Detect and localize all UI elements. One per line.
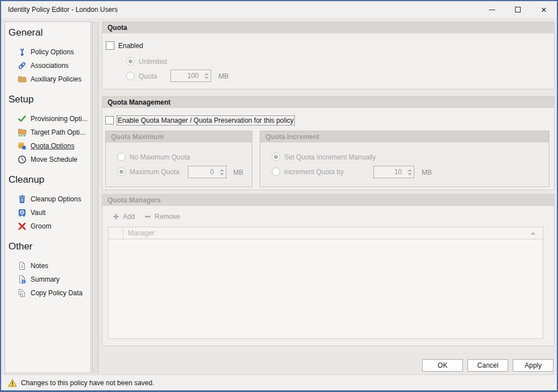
sidebar: General Policy Options Associations Auxi… — [5, 21, 91, 373]
sidebar-item-label: Move Schedule — [31, 156, 78, 163]
maximum-quota-row: Maximum Quota — [117, 167, 179, 176]
maximize-button[interactable] — [505, 1, 531, 18]
cancel-button[interactable]: Cancel — [467, 359, 508, 372]
sidebar-item-summary[interactable]: Summary — [5, 273, 91, 286]
sidebar-item-label: Quota Options — [31, 142, 74, 150]
increment-quota-value: 10 — [374, 168, 405, 176]
checkmark-icon — [18, 114, 27, 123]
quota-unlimited-row: Unlimited — [126, 57, 167, 66]
sidebar-item-notes[interactable]: Notes — [5, 259, 91, 273]
quota-amount-row: Quota — [126, 72, 157, 80]
spinner-arrows-icon[interactable] — [202, 70, 211, 81]
no-maximum-quota-label: No Maximum Quota — [130, 153, 190, 161]
warning-icon — [8, 378, 17, 387]
remove-manager-button[interactable]: Remove — [144, 213, 180, 221]
sidebar-item-cleanup-options[interactable]: Cleanup Options — [5, 192, 91, 206]
summary-icon — [18, 275, 27, 284]
sidebar-item-label: Provisioning Opti... — [31, 115, 88, 123]
sidebar-item-label: Target Path Opti... — [31, 128, 85, 136]
managers-table-header: Manager — [109, 227, 543, 239]
trash-icon — [18, 195, 27, 204]
quota-management-header: Quota Management — [102, 97, 554, 108]
maximum-quota-radio[interactable] — [117, 167, 126, 176]
maximum-quota-value: 0 — [188, 168, 217, 176]
quota-increment-subgroup: Quota Increment Set Quota Increment Manu… — [260, 131, 550, 187]
increment-quota-by-row: Increment Quota by — [272, 167, 344, 176]
sidebar-item-label: Notes — [31, 262, 48, 270]
quota-amount-label: Quota — [139, 72, 157, 80]
titlebar: Identity Policy Editor - London Users ✕ — [1, 1, 557, 18]
copy-icon — [18, 288, 27, 298]
remove-manager-label: Remove — [154, 213, 180, 221]
sidebar-section-cleanup: Cleanup — [5, 174, 91, 186]
sidebar-item-label: Vault — [31, 209, 45, 217]
close-button[interactable]: ✕ — [531, 1, 557, 18]
minimize-button[interactable] — [479, 1, 505, 18]
quota-unlimited-label: Unlimited — [139, 58, 167, 66]
folder-icon — [18, 75, 27, 84]
window-controls: ✕ — [479, 1, 557, 18]
quota-amount-spinner[interactable]: 100 — [170, 70, 211, 82]
red-x-icon — [18, 222, 27, 231]
sidebar-item-label: Summary — [31, 275, 59, 283]
sidebar-item-copy-policy-data[interactable]: Copy Policy Data — [5, 286, 91, 300]
row-selector-column — [109, 227, 123, 239]
sidebar-item-move-schedule[interactable]: Move Schedule — [5, 153, 91, 166]
quota-amount-value: 100 — [171, 72, 202, 80]
sidebar-item-groom[interactable]: Groom — [5, 219, 91, 233]
minimize-icon — [489, 10, 495, 10]
no-maximum-quota-radio[interactable] — [117, 153, 126, 161]
sidebar-section-other: Other — [5, 241, 91, 252]
identity-policy-editor-window: Identity Policy Editor - London Users ✕ … — [0, 0, 558, 392]
apply-button[interactable]: Apply — [513, 359, 553, 372]
sidebar-item-quota-options[interactable]: Quota Options — [5, 139, 91, 153]
quota-amount-radio[interactable] — [126, 72, 135, 80]
enable-quota-manager-checkbox[interactable] — [105, 116, 114, 124]
spinner-arrows-icon[interactable] — [217, 166, 226, 178]
maximum-quota-unit-label: MB — [233, 169, 243, 176]
sidebar-item-label: Groom — [31, 222, 51, 230]
ok-button[interactable]: OK — [422, 359, 463, 372]
quota-maximum-subgroup: Quota Maximum No Maximum Quota Maximum Q… — [105, 131, 252, 187]
increment-quota-unit-label: MB — [422, 169, 432, 176]
sidebar-item-target-path-options[interactable]: Target Path Opti... — [5, 126, 91, 139]
spinner-arrows-icon[interactable] — [405, 166, 414, 178]
quota-enabled-checkbox[interactable] — [106, 41, 114, 50]
quota-enabled-row: Enabled — [106, 41, 143, 50]
sidebar-splitter[interactable] — [92, 21, 98, 373]
quota-enabled-label: Enabled — [118, 42, 143, 50]
manager-column-header[interactable]: Manager — [123, 227, 543, 239]
minus-icon — [144, 213, 152, 221]
database-icon — [18, 141, 27, 150]
maximum-quota-spinner[interactable]: 0 — [188, 166, 226, 178]
maximize-icon — [515, 7, 521, 12]
sidebar-item-label: Auxiliary Policies — [31, 75, 81, 83]
sidebar-item-auxiliary-policies[interactable]: Auxiliary Policies — [5, 72, 91, 86]
managers-table-body — [109, 239, 543, 339]
wrench-icon — [18, 48, 27, 57]
quota-maximum-header: Quota Maximum — [106, 131, 252, 143]
sidebar-item-vault[interactable]: Vault — [5, 206, 91, 219]
sidebar-item-label: Associations — [31, 62, 68, 70]
status-message: Changes to this policy have not been sav… — [21, 379, 154, 387]
sort-ascending-icon[interactable] — [530, 232, 536, 235]
quota-group-header: Quota — [102, 22, 554, 33]
add-manager-button[interactable]: Add — [112, 213, 135, 221]
increment-quota-by-radio[interactable] — [272, 167, 280, 176]
quota-unit-label: MB — [218, 72, 229, 80]
quota-managers-group: Quota Managers Add Remove Manager — [102, 194, 555, 346]
increment-quota-spinner[interactable]: 10 — [374, 166, 414, 178]
quota-managers-header: Quota Managers — [102, 195, 554, 206]
sidebar-item-associations[interactable]: Associations — [5, 59, 91, 72]
set-increment-manually-radio[interactable] — [272, 153, 280, 161]
no-maximum-quota-row: No Maximum Quota — [117, 153, 190, 161]
sidebar-section-setup: Setup — [5, 94, 91, 105]
quota-management-group: Quota Management Enable Quota Manager / … — [102, 96, 555, 190]
enable-quota-manager-row: Enable Quota Manager / Quota Preservatio… — [105, 116, 294, 124]
managers-table: Manager — [108, 227, 543, 339]
enable-quota-manager-label: Enable Quota Manager / Quota Preservatio… — [118, 117, 294, 124]
sidebar-item-provisioning-options[interactable]: Provisioning Opti... — [5, 112, 91, 126]
sidebar-item-policy-options[interactable]: Policy Options — [5, 45, 91, 59]
plus-icon — [112, 213, 120, 221]
quota-unlimited-radio[interactable] — [126, 57, 135, 66]
